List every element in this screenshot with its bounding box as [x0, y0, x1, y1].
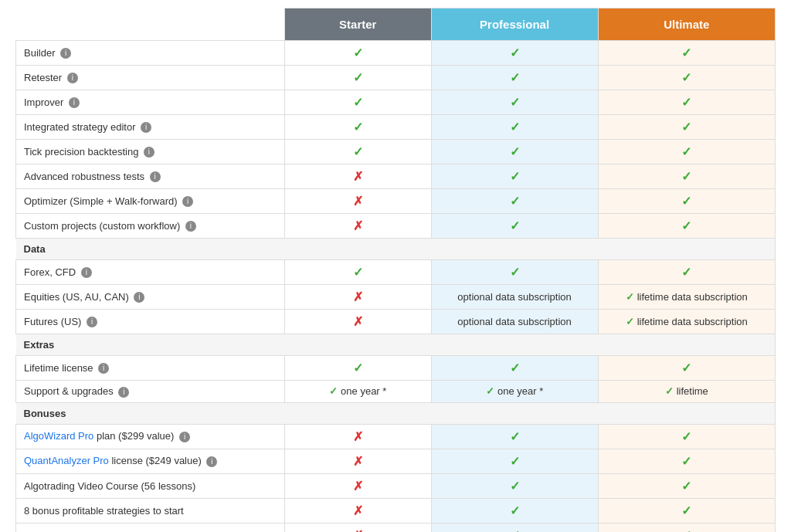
- info-icon[interactable]: i: [81, 267, 92, 278]
- check-icon: ✓: [486, 385, 494, 397]
- check-icon: ✓: [681, 46, 691, 59]
- starter-cell: ✗: [284, 473, 431, 498]
- header-starter: Starter: [284, 8, 431, 41]
- info-icon[interactable]: i: [206, 456, 217, 467]
- section-label: Extras: [16, 334, 776, 356]
- check-icon: ✓: [510, 266, 520, 279]
- check-icon: ✓: [353, 145, 363, 158]
- info-icon[interactable]: i: [69, 97, 80, 108]
- feature-label: Forex, CFD: [24, 266, 76, 278]
- info-icon[interactable]: i: [150, 171, 161, 182]
- feature-label: Equities (US, AU, CAN): [24, 291, 129, 303]
- info-icon[interactable]: i: [118, 387, 129, 398]
- ultimate-cell: ✓: [598, 214, 776, 239]
- feature-label: Lifetime license: [24, 362, 93, 374]
- check-icon: ✓: [681, 170, 691, 183]
- ultimate-cell: ✓lifetime: [598, 381, 776, 403]
- professional-cell: ✓: [431, 41, 598, 66]
- cross-icon: ✗: [353, 195, 363, 208]
- ultimate-cell: ✓: [598, 260, 776, 285]
- check-icon: ✓: [353, 71, 363, 84]
- cross-icon: ✗: [353, 430, 363, 443]
- check-icon: ✓: [353, 120, 363, 134]
- feature-label: Integrated strategy editor: [24, 121, 136, 133]
- check-icon: ✓: [510, 120, 520, 134]
- professional-cell: ✓: [431, 356, 598, 381]
- professional-cell: ✓: [431, 214, 598, 239]
- starter-cell: ✗: [284, 310, 431, 334]
- ultimate-cell: ✓: [598, 498, 776, 523]
- info-icon[interactable]: i: [179, 432, 190, 442]
- professional-cell: ✓: [431, 66, 598, 90]
- starter-cell: ✗: [284, 449, 431, 473]
- check-icon: ✓: [626, 291, 634, 303]
- ultimate-cell: ✓: [598, 356, 776, 381]
- feature-link[interactable]: QuantAnalyzer Pro: [24, 455, 109, 466]
- ultimate-cell: ✓: [598, 523, 776, 532]
- cross-icon: ✗: [353, 315, 363, 328]
- info-icon[interactable]: i: [98, 363, 109, 374]
- info-icon[interactable]: i: [182, 196, 193, 207]
- feature-row-label: Custom projects (custom workflow) i: [16, 214, 285, 239]
- ultimate-cell: ✓: [598, 115, 776, 140]
- check-icon: ✓: [681, 145, 691, 158]
- professional-cell: ✓: [431, 189, 598, 214]
- feature-row-label: Algotrading Video Course (56 lessons): [16, 473, 285, 498]
- ultimate-cell: ✓: [598, 41, 776, 66]
- info-icon[interactable]: i: [60, 48, 71, 59]
- check-icon: ✓: [353, 266, 363, 279]
- check-icon: ✓: [353, 46, 363, 59]
- header-ultimate: Ultimate: [598, 8, 776, 41]
- ultimate-cell: ✓: [598, 140, 776, 164]
- feature-row-label: Builder i: [16, 41, 285, 66]
- cell-text: optional data subscription: [457, 316, 571, 327]
- professional-cell: ✓: [431, 140, 598, 164]
- starter-cell: ✗: [284, 498, 431, 523]
- info-icon[interactable]: i: [67, 73, 78, 83]
- check-icon: ✓: [681, 430, 691, 443]
- feature-label: Optimizer (Simple + Walk-forward): [24, 195, 178, 207]
- feature-row-label: Equities (US, AU, CAN) i: [16, 285, 285, 310]
- feature-label: 8 bonus profitable strategies to start: [24, 505, 184, 517]
- professional-cell: ✓: [431, 90, 598, 115]
- check-icon: ✓: [681, 455, 691, 468]
- check-icon: ✓: [626, 316, 634, 327]
- cell-text: lifetime data subscription: [637, 316, 748, 327]
- ultimate-cell: ✓: [598, 90, 776, 115]
- cross-icon: ✗: [353, 504, 363, 517]
- check-icon: ✓: [681, 361, 691, 374]
- ultimate-cell: ✓: [598, 189, 776, 214]
- starter-cell: ✓: [284, 41, 431, 66]
- feature-link[interactable]: AlgoWizard Pro: [24, 430, 93, 442]
- info-icon[interactable]: i: [144, 147, 154, 158]
- info-icon[interactable]: i: [87, 317, 97, 327]
- check-icon: ✓: [510, 219, 520, 232]
- info-icon[interactable]: i: [185, 221, 196, 232]
- professional-cell: ✓: [431, 260, 598, 285]
- ultimate-cell: ✓: [598, 164, 776, 189]
- professional-cell: ✓: [431, 449, 598, 473]
- starter-cell: ✗: [284, 523, 431, 532]
- check-icon: ✓: [681, 195, 691, 208]
- starter-cell: ✗: [284, 424, 431, 449]
- feature-row-label: QuantAnalyzer Pro license ($249 value) i: [16, 449, 285, 473]
- check-icon: ✓: [681, 529, 691, 532]
- feature-row-label: 8 bonus profitable strategies to start: [16, 498, 285, 523]
- feature-label: E-book with step-by-step know-how: [24, 530, 182, 532]
- feature-row-label: Support & upgrades i: [16, 381, 285, 403]
- check-icon: ✓: [510, 455, 520, 468]
- check-icon: ✓: [510, 145, 520, 158]
- starter-cell: ✓one year *: [284, 381, 431, 403]
- starter-cell: ✓: [284, 115, 431, 140]
- info-icon[interactable]: i: [134, 292, 144, 303]
- info-icon[interactable]: i: [141, 122, 151, 133]
- check-icon: ✓: [681, 71, 691, 84]
- feature-label: Tick precision backtesting: [24, 146, 138, 158]
- feature-row-label: Tick precision backtesting i: [16, 140, 285, 164]
- feature-row-label: Futures (US) i: [16, 310, 285, 334]
- feature-label: Custom projects (custom workflow): [24, 220, 180, 232]
- professional-cell: optional data subscription: [431, 285, 598, 310]
- starter-cell: ✓: [284, 356, 431, 381]
- check-icon: ✓: [510, 430, 520, 443]
- starter-cell: ✗: [284, 285, 431, 310]
